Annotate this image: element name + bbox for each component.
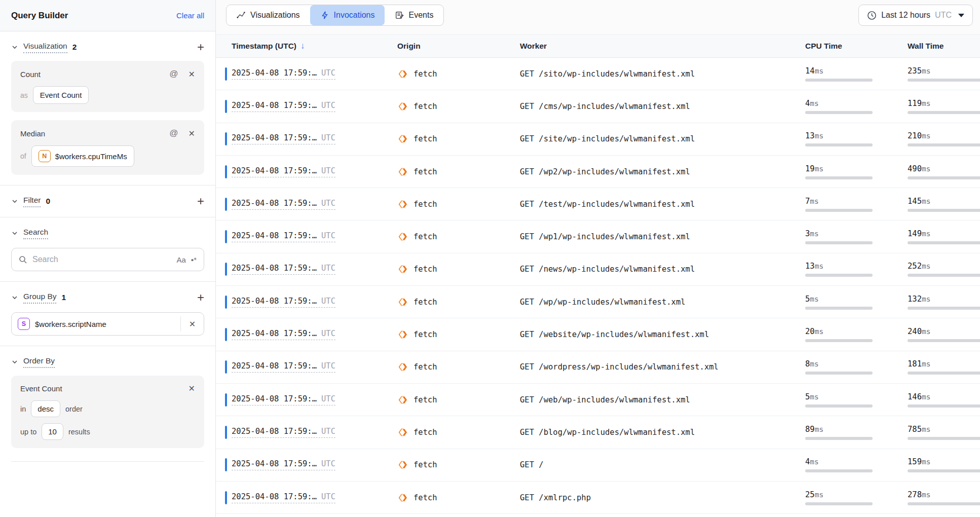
timestamp-cell[interactable]: 2025-04-08 17:59:…UTC <box>232 394 335 405</box>
timestamp-cell[interactable]: 2025-04-08 17:59:…UTC <box>232 199 335 210</box>
row-marker <box>225 67 227 81</box>
cpu-time-cell: 19ms <box>805 164 908 179</box>
table-row[interactable]: 2025-04-08 17:59:…UTC fetch GET / 4ms 15… <box>216 449 980 482</box>
table-row[interactable]: 2025-04-08 17:59:…UTC fetch GET /wp2/wp-… <box>216 156 980 188</box>
add-group-by-button[interactable]: + <box>197 291 204 304</box>
table-row[interactable]: 2025-04-08 17:59:…UTC fetch GET /xmlrpc.… <box>216 482 980 514</box>
origin-value: fetch <box>413 428 437 437</box>
tab-visualizations[interactable]: Visualizations <box>227 5 310 25</box>
cpu-time-cell: 7ms <box>805 197 908 212</box>
timestamp-timezone: UTC <box>321 492 335 501</box>
timestamp-cell[interactable]: 2025-04-08 17:59:…UTC <box>232 329 335 340</box>
close-icon[interactable]: ✕ <box>189 129 195 138</box>
chevron-down-icon[interactable] <box>11 198 18 205</box>
timestamp-value: 2025-04-08 17:59:… <box>232 166 317 175</box>
of-label: of <box>20 152 26 160</box>
timestamp-cell[interactable]: 2025-04-08 17:59:…UTC <box>232 133 335 144</box>
cpu-time-cell: 13ms <box>805 131 908 146</box>
table-row[interactable]: 2025-04-08 17:59:…UTC fetch GET /website… <box>216 318 980 351</box>
cpu-time-field-chip[interactable]: N $workers.cpuTimeMs <box>31 145 134 167</box>
cpu-time-value: 3 <box>805 229 810 238</box>
wall-time-bar <box>908 209 980 212</box>
at-icon[interactable]: @ <box>169 69 178 79</box>
add-visualization-button[interactable]: + <box>197 41 204 53</box>
worker-value: GET /website/wp-includes/wlwmanifest.xml <box>520 330 805 339</box>
search-section-label[interactable]: Search <box>23 228 48 239</box>
timestamp-cell[interactable]: 2025-04-08 17:59:…UTC <box>232 166 335 177</box>
table-row[interactable]: 2025-04-08 17:59:…UTC fetch GET /wp1/wp-… <box>216 220 980 253</box>
timestamp-cell[interactable]: 2025-04-08 17:59:…UTC <box>232 297 335 308</box>
regex-icon[interactable]: ▪* <box>191 255 197 264</box>
filter-section-label[interactable]: Filter <box>23 196 41 207</box>
direction-select[interactable]: desc <box>31 400 60 417</box>
sidebar-title: Query Builder <box>11 11 68 21</box>
time-range-picker[interactable]: Last 12 hours UTC <box>858 5 973 26</box>
in-label: in <box>20 405 26 413</box>
chevron-down-icon[interactable] <box>11 44 18 51</box>
column-header-timestamp[interactable]: Timestamp (UTC) ↓ <box>225 41 397 51</box>
table-row[interactable]: 2025-04-08 17:59:…UTC fetch GET /test/wp… <box>216 188 980 220</box>
visualization-section: Visualization 2 + Count @ ✕ as Event Cou… <box>0 31 215 185</box>
wall-time-cell: 240ms <box>908 327 980 342</box>
table-row[interactable]: 2025-04-08 17:59:…UTC fetch GET /web/wp-… <box>216 384 980 416</box>
remove-group-by-button[interactable]: ✕ <box>180 316 204 331</box>
timestamp-cell[interactable]: 2025-04-08 17:59:…UTC <box>232 264 335 275</box>
cpu-time-value: 8 <box>805 359 810 368</box>
close-icon[interactable]: ✕ <box>189 69 195 79</box>
tab-events[interactable]: Events <box>385 5 443 25</box>
row-marker <box>225 393 227 407</box>
table-row[interactable]: 2025-04-08 17:59:…UTC fetch GET /news/wp… <box>216 253 980 286</box>
column-header-cpu-time[interactable]: CPU Time <box>805 42 908 51</box>
add-filter-button[interactable]: + <box>197 195 204 207</box>
search-input[interactable] <box>32 255 171 264</box>
table-row[interactable]: 2025-04-08 17:59:…UTC fetch GET /site/wp… <box>216 123 980 156</box>
timestamp-cell[interactable]: 2025-04-08 17:59:…UTC <box>232 361 335 373</box>
limit-input[interactable]: 10 <box>42 423 63 440</box>
search-icon <box>19 255 27 264</box>
table-row[interactable]: 2025-04-08 17:59:…UTC fetch GET /sito/wp… <box>216 58 980 90</box>
wall-time-bar <box>908 79 980 82</box>
cpu-time-cell: 5ms <box>805 294 908 310</box>
event-count-chip[interactable]: Event Count <box>33 86 89 104</box>
timestamp-cell[interactable]: 2025-04-08 17:59:…UTC <box>232 427 335 438</box>
cpu-time-bar <box>805 274 873 277</box>
match-case-icon[interactable]: Aa <box>176 255 185 264</box>
timestamp-cell[interactable]: 2025-04-08 17:59:…UTC <box>232 459 335 470</box>
group-by-field-chip[interactable]: S $workers.scriptName ✕ <box>11 312 204 336</box>
visualization-section-label[interactable]: Visualization <box>23 42 67 53</box>
workers-icon <box>397 199 408 210</box>
tab-invocations[interactable]: Invocations <box>310 5 385 25</box>
column-header-worker[interactable]: Worker <box>520 42 805 51</box>
close-icon[interactable]: ✕ <box>189 384 195 393</box>
wall-time-bar <box>908 241 980 244</box>
sort-desc-icon[interactable]: ↓ <box>300 41 305 51</box>
timestamp-timezone: UTC <box>321 459 335 468</box>
table-row[interactable]: 2025-04-08 17:59:…UTC fetch GET /wordpre… <box>216 351 980 384</box>
order-by-card: Event Count ✕ in desc order up to 10 res… <box>11 376 204 448</box>
timestamp-cell[interactable]: 2025-04-08 17:59:…UTC <box>232 231 335 242</box>
timestamp-cell[interactable]: 2025-04-08 17:59:…UTC <box>232 101 335 112</box>
wall-time-unit: ms <box>922 230 930 238</box>
wall-time-cell: 149ms <box>908 229 980 244</box>
results-label: results <box>68 428 90 436</box>
group-by-section-label[interactable]: Group By <box>23 292 56 304</box>
worker-value: GET /test/wp-includes/wlwmanifest.xml <box>520 200 805 209</box>
chevron-down-icon[interactable] <box>11 294 18 301</box>
wall-time-unit: ms <box>922 491 930 499</box>
chevron-down-icon[interactable] <box>11 230 18 237</box>
group-by-count: 1 <box>61 293 66 302</box>
at-icon[interactable]: @ <box>169 128 178 138</box>
table-row[interactable]: 2025-04-08 17:59:…UTC fetch GET /cms/wp-… <box>216 90 980 123</box>
column-header-wall-time[interactable]: Wall Time <box>908 42 980 51</box>
wall-time-cell: 785ms <box>908 425 980 440</box>
table-row[interactable]: 2025-04-08 17:59:…UTC fetch GET /blog/wp… <box>216 416 980 449</box>
clear-all-link[interactable]: Clear all <box>176 11 204 20</box>
timestamp-cell[interactable]: 2025-04-08 17:59:…UTC <box>232 68 335 80</box>
chevron-down-icon[interactable] <box>11 358 18 365</box>
column-header-origin[interactable]: Origin <box>397 42 520 51</box>
workers-icon <box>397 361 408 373</box>
timestamp-cell[interactable]: 2025-04-08 17:59:…UTC <box>232 492 335 503</box>
order-by-section-label[interactable]: Order By <box>23 356 55 368</box>
wall-time-bar <box>908 469 980 472</box>
table-row[interactable]: 2025-04-08 17:59:…UTC fetch GET /wp/wp-i… <box>216 286 980 318</box>
